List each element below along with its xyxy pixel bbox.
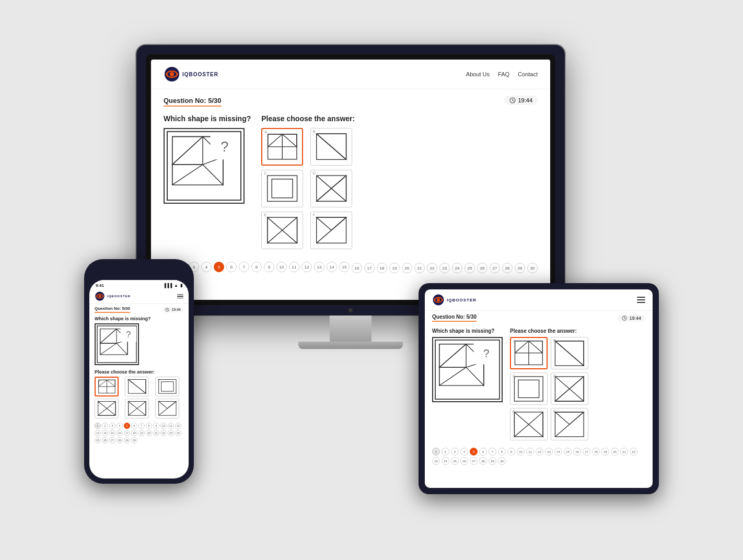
phone-page-25[interactable]: 25 [95,437,101,444]
page-5[interactable]: 5 [214,262,224,272]
page-23[interactable]: 23 [439,263,450,273]
tablet-hamburger[interactable] [637,297,645,303]
phone-page-2[interactable]: 2 [102,423,108,429]
phone-page-19[interactable]: 19 [138,430,145,436]
tablet-page-27[interactable]: 27 [470,457,478,465]
tablet-page-13[interactable]: 13 [545,448,553,456]
tablet-page-30[interactable]: 30 [498,457,506,465]
page-26[interactable]: 26 [477,263,487,273]
tablet-page-25[interactable]: 25 [451,457,459,465]
answer-option-f[interactable]: F [310,212,352,249]
tablet-option-d[interactable]: D [551,372,588,405]
tablet-page-20[interactable]: 20 [611,448,619,456]
tablet-page-22[interactable]: 22 [630,448,637,456]
tablet-page-21[interactable]: 21 [620,448,628,456]
page-17[interactable]: 17 [364,263,375,273]
tablet-page-12[interactable]: 12 [536,448,543,456]
phone-page-30[interactable]: 30 [131,437,137,444]
tablet-page-11[interactable]: 11 [526,448,534,456]
tablet-option-f[interactable]: F [551,408,588,440]
phone-page-29[interactable]: 29 [124,437,130,444]
tablet-page-1[interactable]: 1 [432,448,440,456]
page-4[interactable]: 4 [201,262,212,272]
phone-option-d[interactable]: D [95,399,119,418]
phone-page-23[interactable]: 23 [168,430,174,436]
nav-contact[interactable]: Contact [518,71,538,77]
tablet-page-9[interactable]: 9 [507,448,515,456]
tablet-page-16[interactable]: 16 [573,448,581,456]
nav-about[interactable]: About Us [466,71,490,77]
phone-page-1[interactable]: 1 [95,423,101,429]
page-10[interactable]: 10 [276,262,287,272]
phone-page-7[interactable]: 7 [138,423,145,429]
phone-page-20[interactable]: 20 [146,430,152,436]
tablet-page-6[interactable]: 6 [479,448,487,456]
page-7[interactable]: 7 [239,262,249,272]
tablet-page-14[interactable]: 14 [554,448,562,456]
page-15[interactable]: 15 [339,262,350,272]
tablet-page-15[interactable]: 15 [564,448,572,456]
phone-page-9[interactable]: 9 [153,423,159,429]
tablet-page-23[interactable]: 23 [432,457,440,465]
page-16[interactable]: 16 [352,263,362,273]
phone-option-e[interactable]: E [125,399,149,418]
tablet-option-b[interactable]: B [551,337,588,369]
answer-option-d[interactable]: D [310,170,352,207]
page-8[interactable]: 8 [251,262,262,272]
page-28[interactable]: 28 [502,263,513,273]
phone-page-3[interactable]: 3 [109,423,115,429]
tablet-page-17[interactable]: 17 [583,448,590,456]
phone-page-5[interactable]: 5 [124,423,130,429]
phone-page-22[interactable]: 22 [160,430,167,436]
answer-option-c[interactable]: C [261,170,303,207]
page-25[interactable]: 25 [465,263,475,273]
tablet-option-c[interactable]: C [510,372,548,405]
page-21[interactable]: 21 [414,263,425,273]
answer-option-e[interactable]: E [261,212,303,249]
phone-menu-button[interactable] [177,294,183,299]
phone-page-18[interactable]: 18 [131,430,137,436]
phone-page-12[interactable]: 12 [175,423,181,429]
page-9[interactable]: 9 [264,262,274,272]
phone-page-11[interactable]: 11 [168,423,174,429]
phone-page-27[interactable]: 27 [109,437,115,444]
phone-page-13[interactable]: 13 [95,430,101,436]
tablet-page-3[interactable]: 3 [451,448,459,456]
tablet-page-5[interactable]: 5 [470,448,478,456]
phone-option-b[interactable]: B [125,377,149,396]
phone-page-10[interactable]: 10 [160,423,167,429]
tablet-page-19[interactable]: 19 [601,448,609,456]
phone-page-15[interactable]: 15 [109,430,115,436]
page-20[interactable]: 20 [402,263,412,273]
tablet-page-18[interactable]: 18 [592,448,600,456]
phone-page-24[interactable]: 24 [175,430,181,436]
nav-faq[interactable]: FAQ [498,71,509,77]
phone-option-f[interactable]: F [155,399,179,418]
page-13[interactable]: 13 [314,262,324,272]
tablet-page-2[interactable]: 2 [442,448,449,456]
page-14[interactable]: 14 [327,262,337,272]
phone-page-16[interactable]: 16 [117,430,123,436]
phone-page-8[interactable]: 8 [146,423,152,429]
phone-page-6[interactable]: 6 [131,423,137,429]
tablet-option-a[interactable]: A [510,337,548,369]
phone-page-21[interactable]: 21 [153,430,159,436]
tablet-option-e[interactable]: E [510,408,548,440]
tablet-page-28[interactable]: 28 [479,457,487,465]
tablet-page-29[interactable]: 29 [489,457,496,465]
page-22[interactable]: 22 [427,263,437,273]
tablet-page-24[interactable]: 24 [442,457,449,465]
tablet-page-7[interactable]: 7 [489,448,496,456]
phone-page-14[interactable]: 14 [102,430,108,436]
page-29[interactable]: 29 [515,263,525,273]
page-30[interactable]: 30 [527,263,538,273]
tablet-page-10[interactable]: 10 [517,448,525,456]
page-12[interactable]: 12 [301,262,312,272]
tablet-page-8[interactable]: 8 [498,448,506,456]
answer-option-a[interactable]: A [261,128,303,166]
tablet-page-4[interactable]: 4 [460,448,468,456]
page-18[interactable]: 18 [377,263,387,273]
page-24[interactable]: 24 [452,263,462,273]
answer-option-b[interactable]: B [310,128,352,166]
tablet-page-26[interactable]: 26 [460,457,468,465]
